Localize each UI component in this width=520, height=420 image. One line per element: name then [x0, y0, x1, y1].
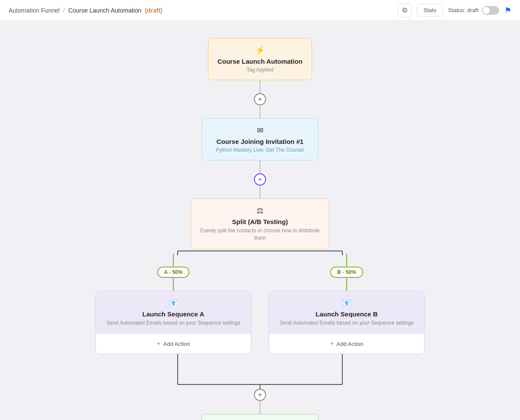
add-action-a-button[interactable]: + Add Action	[96, 333, 251, 354]
email-node[interactable]: ✉ Course Joining Invitation #1 Python Ma…	[202, 118, 318, 160]
branch-a: A - 50% 📧 Launch Sequence A Send Automat…	[95, 254, 251, 355]
line-1	[260, 80, 260, 93]
seq-a-icon: 📧	[104, 298, 242, 308]
split-node[interactable]: ⚖ Split (A/B Testing) Evenly split the c…	[191, 199, 329, 249]
sequence-a-card[interactable]: 📧 Launch Sequence A Send Automated Email…	[95, 291, 251, 355]
line-3	[260, 160, 260, 173]
branch-b-line-top	[346, 254, 347, 267]
status-toggle[interactable]	[482, 6, 499, 15]
automation-canvas: ⚡ Course Launch Automation Tag Applied +…	[0, 21, 520, 420]
seq-a-subtitle: Send Automated Emails based on your Sequ…	[104, 319, 242, 327]
settings-button[interactable]: ⚙	[398, 3, 412, 17]
status-row: Status: draft	[448, 6, 499, 15]
email-title: Course Joining Invitation #1	[211, 138, 309, 145]
seq-b-title: Launch Sequence B	[278, 310, 416, 318]
branches-row: A - 50% 📧 Launch Sequence A Send Automat…	[95, 254, 425, 355]
email-node-wrapper: ✉ Course Joining Invitation #1 Python Ma…	[202, 118, 318, 160]
trigger-icon: ⚡	[217, 46, 303, 55]
check-node[interactable]: 🛒 Check Purchase This will run once new …	[202, 414, 318, 420]
branch-b: B - 50% 📧 Launch Sequence B Send Automat…	[269, 254, 425, 355]
connector-3: +	[254, 389, 266, 414]
sequence-b-inner: 📧 Launch Sequence B Send Automated Email…	[269, 291, 424, 334]
add-action-a-label: Add Action	[163, 341, 190, 347]
email-subtitle: Python Mastery Live: Get The Course!	[211, 147, 309, 153]
plus-icon-a: +	[156, 340, 160, 348]
sequence-b-card[interactable]: 📧 Launch Sequence B Send Automated Email…	[269, 291, 425, 355]
email-icon: ✉	[211, 126, 309, 135]
add-action-btn-2[interactable]: +	[254, 173, 266, 186]
branch-a-label: A - 50%	[157, 267, 190, 278]
stats-button[interactable]: Stats	[417, 4, 443, 16]
header: Automation Funnel / Course Launch Automa…	[0, 0, 520, 21]
line-4	[260, 186, 260, 199]
add-action-btn-1[interactable]: +	[254, 93, 266, 105]
breadcrumb: Automation Funnel / Course Launch Automa…	[9, 7, 162, 14]
funnel-link[interactable]: Automation Funnel	[9, 7, 60, 14]
plus-icon-b: +	[330, 340, 334, 348]
header-actions: ⚙ Stats Status: draft ⚑	[398, 3, 511, 17]
split-subtitle: Evenly split the contacts or choose how …	[200, 227, 320, 242]
branch-svg	[95, 251, 425, 255]
add-action-b-label: Add Action	[337, 341, 364, 347]
split-node-wrapper: ⚖ Split (A/B Testing) Evenly split the c…	[191, 199, 329, 249]
status-label: Status: draft	[448, 7, 478, 13]
merge-svg	[95, 354, 425, 389]
split-icon: ⚖	[200, 206, 320, 215]
page-name: Course Launch Automation	[68, 7, 141, 14]
trigger-title: Course Launch Automation	[217, 58, 303, 65]
seq-a-title: Launch Sequence A	[104, 310, 242, 318]
branch-b-label: B - 50%	[330, 267, 363, 278]
connector-2: +	[254, 160, 266, 199]
branch-a-line-bot	[173, 278, 174, 291]
draft-badge: (draft)	[145, 7, 162, 14]
merge-area	[95, 354, 425, 389]
gear-icon: ⚙	[402, 6, 408, 14]
branch-b-line-bot	[346, 278, 347, 291]
trigger-node-wrapper: ⚡ Course Launch Automation Tag Applied	[208, 38, 312, 80]
trigger-subtitle: Tag Applied	[217, 67, 303, 73]
branch-line-area	[95, 249, 425, 254]
seq-b-icon: 📧	[278, 298, 416, 308]
branch-a-line-top	[173, 254, 174, 267]
add-action-btn-3[interactable]: +	[254, 389, 266, 401]
check-node-wrapper: 🛒 Check Purchase This will run once new …	[202, 414, 318, 420]
seq-b-subtitle: Send Automated Emails based on your Sequ…	[278, 319, 416, 327]
breadcrumb-separator: /	[63, 7, 65, 14]
line-5	[260, 401, 260, 414]
split-title: Split (A/B Testing)	[200, 218, 320, 225]
line-2	[260, 105, 260, 118]
trigger-node[interactable]: ⚡ Course Launch Automation Tag Applied	[208, 38, 312, 80]
connector-1: +	[254, 80, 266, 118]
add-action-b-button[interactable]: + Add Action	[269, 333, 424, 354]
flag-icon[interactable]: ⚑	[504, 6, 511, 15]
sequence-a-inner: 📧 Launch Sequence A Send Automated Email…	[96, 291, 251, 334]
